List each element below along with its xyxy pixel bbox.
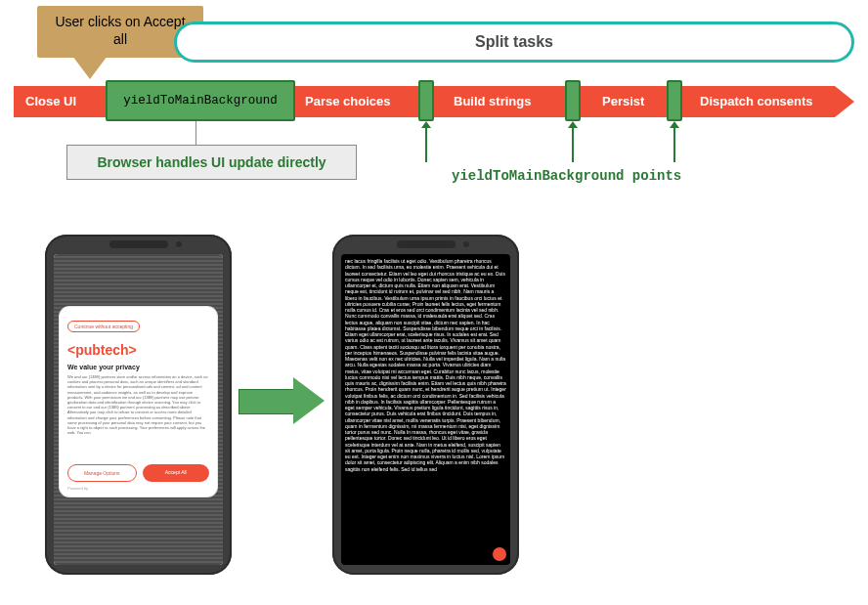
transition-arrow: [239, 377, 326, 424]
phone-after-content: nec lacus fringilla facilisis ut eget od…: [345, 258, 506, 472]
segment-close-ui: Close UI: [25, 86, 76, 117]
segment-parse-choices: Parse choices: [305, 86, 390, 117]
yield-gap-3: [667, 80, 682, 121]
phone-before: Continue without accepting <pubtech> We …: [45, 235, 232, 575]
segment-persist: Persist: [602, 86, 644, 117]
yield-gap-2: [565, 80, 581, 121]
diagram-root: User clicks on Accept all Split tasks Cl…: [0, 0, 868, 605]
manage-options-button[interactable]: Manage Options: [67, 464, 137, 482]
segment-build-strings: Build strings: [454, 86, 531, 117]
consent-dialog: Continue without accepting <pubtech> We …: [60, 307, 217, 497]
yield-points-label: yieldToMainBackground points: [452, 168, 681, 184]
browser-handles-box: Browser handles UI update directly: [66, 145, 357, 180]
floating-action-button[interactable]: [493, 547, 506, 561]
split-tasks-pill: Split tasks: [174, 22, 854, 63]
browser-handles-label: Browser handles UI update directly: [97, 154, 326, 170]
segment-dispatch: Dispatch consents: [700, 86, 813, 117]
powered-by-label: Powered by: [67, 486, 209, 491]
pubtech-logo: <pubtech>: [67, 342, 209, 358]
continue-without-button[interactable]: Continue without accepting: [67, 321, 140, 332]
yield-point-arrow-2: [572, 127, 574, 162]
yield-background-label: yieldToMainBackground: [123, 94, 278, 108]
callout-text: User clicks on Accept all: [55, 14, 185, 47]
privacy-body: We and our (1389) partners store and/or …: [67, 374, 209, 458]
privacy-headline: We value your privacy: [67, 364, 209, 370]
consent-actions: Manage Options Accept All: [67, 464, 209, 482]
yield-point-arrow-3: [673, 127, 675, 162]
phone-before-screen: Continue without accepting <pubtech> We …: [54, 254, 223, 565]
phone-after-screen: nec lacus fringilla facilisis ut eget od…: [341, 254, 510, 565]
connector-line: [195, 121, 196, 145]
yield-background-box: yieldToMainBackground: [106, 80, 295, 121]
yield-point-arrow-1: [425, 127, 427, 162]
phone-notch: [397, 240, 456, 248]
timeline: Close UI yieldToMainBackground Parse cho…: [14, 86, 854, 117]
split-tasks-label: Split tasks: [475, 33, 553, 51]
phone-after: nec lacus fringilla facilisis ut eget od…: [332, 235, 519, 575]
phone-notch: [109, 240, 168, 248]
yield-gap-1: [418, 80, 434, 121]
accept-all-button[interactable]: Accept All: [143, 464, 210, 482]
